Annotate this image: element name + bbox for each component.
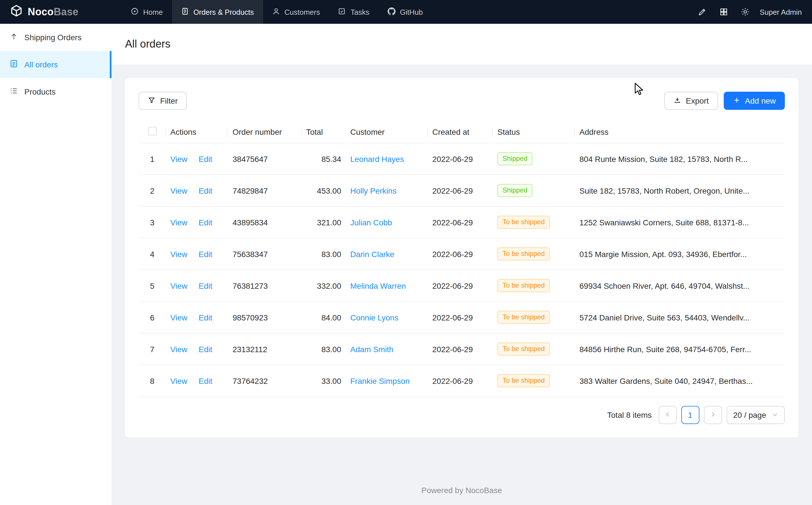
customer-link[interactable]: Frankie Simpson [350,376,410,385]
order-number-cell: 98570923 [228,302,302,333]
total-cell: 83.00 [302,333,346,365]
page-number-button[interactable]: 1 [681,406,699,424]
table-row: 2 View Edit 74829847 453.00 Holly Perkin… [139,175,785,206]
select-all-checkbox[interactable] [148,127,157,135]
address-cell: 804 Runte Mission, Suite 182, 15783, Nor… [575,143,785,175]
customers-icon [272,7,280,17]
table-row: 4 View Edit 75638347 83.00 Darin Clarke … [139,238,785,270]
nocobase-logo[interactable]: NocoBase [0,0,122,24]
pagination-total: Total 8 items [607,410,651,419]
created-at-cell: 2022-06-29 [428,302,493,333]
export-icon [673,96,681,106]
created-at-cell: 2022-06-29 [428,206,493,238]
edit-link[interactable]: Edit [199,281,212,290]
orders-table: Actions Order number Total Customer Crea… [139,121,785,397]
nav-item-github[interactable]: GitHub [378,0,432,24]
total-cell: 83.00 [302,238,346,270]
customer-link[interactable]: Melinda Warren [350,281,406,290]
orders-products-icon [181,7,189,17]
chevron-down-icon [772,410,778,419]
status-badge: To be shipped [497,311,550,324]
chevron-left-icon [664,411,671,419]
row-index: 2 [150,186,155,195]
row-index: 3 [150,218,155,227]
customer-link[interactable]: Darin Clarke [350,249,394,259]
filter-button[interactable]: Filter [139,92,187,110]
user-menu[interactable]: Super Admin [760,0,812,24]
nav-item-customers[interactable]: Customers [263,0,329,24]
status-badge: To be shipped [497,343,550,356]
app-root: NocoBase Home Orders & Products Customer… [0,0,812,505]
table-row: 3 View Edit 43895834 321.00 Julian Cobb … [139,206,785,238]
column-header-total: Total [302,121,346,143]
order-number-cell: 74829847 [228,175,302,206]
sidebar-item-label: Products [24,87,56,96]
sidebar-item-shipping-orders[interactable]: Shipping Orders [0,24,111,51]
view-link[interactable]: View [170,281,187,290]
view-link[interactable]: View [170,376,187,385]
sidebar-item-all-orders[interactable]: All orders [0,51,111,78]
sidebar-item-label: Shipping Orders [24,33,81,42]
order-number-cell: 76381273 [228,270,302,302]
customer-link[interactable]: Connie Lyons [350,313,398,322]
status-badge: To be shipped [497,216,550,229]
address-cell: 5724 Daniel Drive, Suite 563, 54403, Wen… [575,302,785,333]
add-new-button-label: Add new [745,96,776,105]
customer-link[interactable]: Adam Smith [350,344,393,354]
edit-link[interactable]: Edit [199,154,212,163]
plugin-blocks-icon[interactable] [719,7,728,16]
view-link[interactable]: View [170,313,187,322]
view-link[interactable]: View [170,186,187,195]
edit-link[interactable]: Edit [199,344,212,354]
page-size-select[interactable]: 20 / page [726,406,785,424]
column-header-created-at: Created at [428,121,493,143]
created-at-cell: 2022-06-29 [428,365,493,396]
add-new-button[interactable]: Add new [724,92,785,110]
edit-link[interactable]: Edit [199,186,212,195]
customer-link[interactable]: Holly Perkins [350,186,396,195]
table-row: 8 View Edit 73764232 33.00 Frankie Simps… [139,365,785,396]
nav-item-tasks[interactable]: Tasks [329,0,378,24]
nav-item-label: Customers [284,8,320,16]
nav-item-label: GitHub [400,8,423,16]
total-cell: 85.34 [302,143,346,175]
view-link[interactable]: View [170,154,187,163]
total-cell: 33.00 [302,365,346,396]
order-number-cell: 23132112 [228,333,302,365]
view-link[interactable]: View [170,249,187,259]
order-number-cell: 73764232 [228,365,302,396]
sidebar-item-products[interactable]: Products [0,78,111,105]
edit-link[interactable]: Edit [199,218,212,227]
orders-table-body: 1 View Edit 38475647 85.34 Leonard Hayes… [139,143,785,396]
customer-link[interactable]: Julian Cobb [350,218,392,227]
column-header-actions: Actions [166,121,228,143]
design-pen-icon[interactable] [698,7,707,16]
table-row: 7 View Edit 23132112 83.00 Adam Smith 20… [139,333,785,365]
nav-item-home[interactable]: Home [122,0,172,24]
all-orders-icon [10,59,18,69]
created-at-cell: 2022-06-29 [428,238,493,270]
table-row: 6 View Edit 98570923 84.00 Connie Lyons … [139,302,785,333]
view-link[interactable]: View [170,344,187,354]
plus-icon [733,96,741,106]
edit-link[interactable]: Edit [199,313,212,322]
customer-link[interactable]: Leonard Hayes [350,154,404,163]
order-number-cell: 43895834 [228,206,302,238]
mouse-cursor-icon [634,82,644,96]
status-badge: Shipped [497,184,532,197]
view-link[interactable]: View [170,218,187,227]
brand-name: NocoBase [28,6,78,18]
edit-link[interactable]: Edit [199,249,212,259]
address-cell: Suite 182, 15783, North Robert, Oregon, … [575,175,785,206]
settings-gear-icon[interactable] [741,7,750,16]
next-page-button[interactable] [704,406,722,424]
total-cell: 321.00 [302,206,346,238]
edit-link[interactable]: Edit [199,376,212,385]
status-badge: To be shipped [497,247,550,261]
prev-page-button[interactable] [658,406,676,424]
export-button[interactable]: Export [664,92,718,110]
table-header-row: Actions Order number Total Customer Crea… [139,121,785,143]
table-toolbar: Filter Export [139,92,785,110]
nav-item-orders-products[interactable]: Orders & Products [172,0,263,24]
created-at-cell: 2022-06-29 [428,270,493,302]
